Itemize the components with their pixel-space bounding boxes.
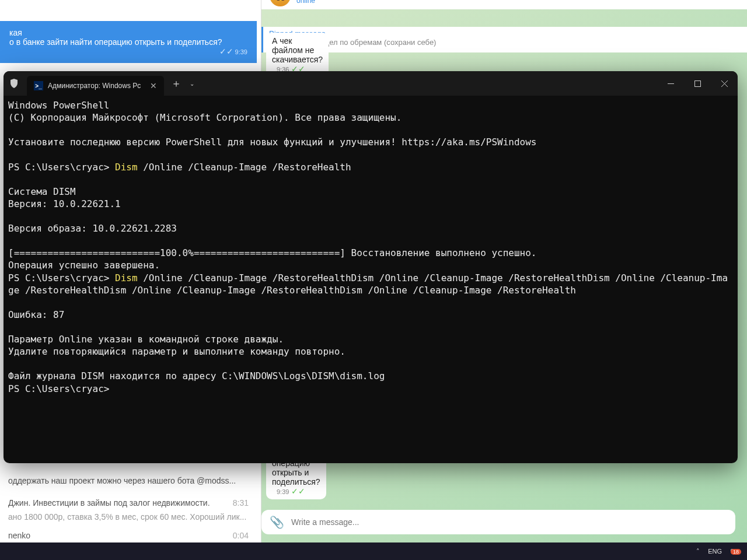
terminal-prompt: PS C:\Users\cryac> (8, 162, 115, 173)
read-indicator-icon: ✓✓ (219, 47, 233, 56)
chat-time: 0:04 (233, 531, 249, 540)
language-indicator[interactable]: ENG (708, 548, 722, 555)
incoming-message[interactable]: А чек файлом не скачивается? 9:36 ✓✓ (266, 33, 329, 77)
terminal-line: Операция успешно завершена. (8, 260, 160, 271)
terminal-command: Dism (115, 272, 138, 284)
chat-list-item[interactable]: оддержать наш проект можно через нашего … (0, 471, 257, 490)
message-time: 9:39 (277, 488, 289, 495)
powershell-icon: >_ (34, 81, 43, 90)
shield-icon (7, 76, 21, 90)
terminal-command-args: /Online /Cleanup-Image /RestoreHealth (138, 162, 351, 173)
avatar[interactable]: 👩 (270, 0, 291, 6)
terminal-line: Установите последнюю версию PowerShell д… (8, 136, 536, 148)
minimize-button[interactable] (657, 71, 684, 96)
window-controls (657, 71, 738, 96)
tab-dropdown-button[interactable]: ⌄ (190, 80, 194, 87)
terminal-line: Windows PowerShell (8, 100, 109, 111)
terminal-line: Система DISM (8, 186, 76, 197)
message-text: А чек файлом не скачивается? (272, 36, 323, 64)
chat-list-item[interactable]: ано 1800 000р, ставка 3,5% в мес, срок 6… (0, 508, 257, 526)
notification-count: 18 (731, 549, 741, 555)
terminal-command: Dism (115, 162, 138, 173)
terminal-window: >_ Администратор: Windows Pc ✕ ＋ ⌄ Windo… (4, 71, 738, 463)
terminal-line: Параметр Online указан в командной строк… (8, 334, 284, 345)
read-indicator-icon: ✓✓ (291, 487, 305, 496)
terminal-output[interactable]: Windows PowerShell (C) Корпорация Майкро… (4, 96, 738, 463)
message-text: кая (9, 28, 247, 37)
chat-preview: ано 1800 000р, ставка 3,5% в мес, срок 6… (8, 512, 246, 522)
maximize-button[interactable] (684, 71, 711, 96)
terminal-titlebar[interactable]: >_ Администратор: Windows Pc ✕ ＋ ⌄ (4, 71, 738, 96)
chat-preview: nenko (8, 531, 30, 540)
svg-rect-0 (668, 83, 674, 84)
terminal-line: (C) Корпорация Майкрософт (Microsoft Cor… (8, 112, 402, 123)
pinned-message[interactable]: Pinned message 84951391875 отдел по обре… (261, 27, 747, 52)
chat-preview: оддержать наш проект можно через нашего … (8, 476, 236, 485)
message-row: А если просто в банке зайти найти операц… (266, 480, 286, 499)
chat-time: 8:31 (233, 498, 249, 508)
chevron-up-icon[interactable]: ˄ (696, 548, 700, 555)
terminal-tab[interactable]: >_ Администратор: Windows Pc ✕ (27, 76, 164, 96)
terminal-prompt: PS C:\Users\cryac> (8, 383, 109, 394)
pinned-text: 84951391875 отдел по обремам (сохрани се… (269, 38, 741, 47)
chat-preview: Джин. Инвестиции в займы под залог недви… (8, 498, 210, 508)
terminal-line: Версия образа: 10.0.22621.2283 (8, 223, 177, 234)
svg-rect-1 (694, 80, 700, 86)
message-text: о в банке зайти найти операцию открыть и… (9, 37, 222, 47)
close-button[interactable] (711, 71, 738, 96)
close-tab-button[interactable]: ✕ (150, 81, 157, 90)
pinned-title: Pinned message (269, 29, 741, 38)
taskbar-tray[interactable]: ˄ ENG 🗨18 (696, 542, 741, 560)
message-composer[interactable]: 📎 (261, 510, 735, 534)
tab-title: Администратор: Windows Pc (48, 82, 141, 90)
conversation-header[interactable]: 👩 Вера Вербицкая online (261, 0, 747, 9)
outgoing-message[interactable]: кая о в банке зайти найти операцию откры… (0, 21, 257, 63)
terminal-line: Файл журнала DISM находится по адресу C:… (8, 370, 385, 382)
new-tab-button[interactable]: ＋ (171, 76, 181, 90)
terminal-progress: [==========================100.0%=======… (8, 247, 536, 258)
notification-icon[interactable]: 🗨18 (730, 548, 741, 555)
windows-taskbar[interactable]: ˄ ENG 🗨18 (0, 542, 747, 560)
terminal-error: Ошибка: 87 (8, 309, 64, 320)
message-input[interactable] (291, 517, 727, 527)
terminal-line: Удалите повторяющийся параметр и выполни… (8, 346, 345, 357)
terminal-line: Версия: 10.0.22621.1 (8, 198, 121, 209)
message-time: 9:39 (235, 48, 247, 55)
contact-status: online (296, 0, 359, 5)
terminal-prompt: PS C:\Users\cryac> (8, 272, 115, 284)
attach-icon[interactable]: 📎 (270, 515, 284, 529)
